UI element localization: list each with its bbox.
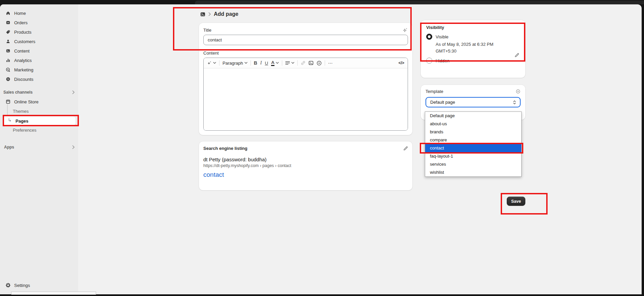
content-field-label: Content — [203, 51, 408, 56]
sidebar-item-label: Content — [14, 48, 30, 54]
sidebar-item-label: Marketing — [14, 67, 33, 72]
breadcrumb: Add page — [200, 10, 238, 18]
edit-pencil-icon[interactable] — [514, 53, 519, 58]
chevron-right-icon — [72, 90, 75, 94]
toolbar-divider — [282, 60, 282, 66]
insert-video-icon[interactable] — [317, 61, 322, 66]
theme-view-icon[interactable] — [516, 89, 521, 94]
breadcrumb-separator-icon — [208, 12, 211, 16]
page-details-card: Title Content Paragraph B I U — [199, 23, 412, 135]
visibility-schedule-note: As of May 8, 2025 at 6:32 PM GMT+5:30 — [436, 41, 505, 55]
marketing-target-icon — [5, 67, 11, 72]
editor-toolbar: Paragraph B I U A — [204, 58, 408, 68]
radio-label: Visible — [436, 34, 448, 39]
gear-icon — [5, 283, 11, 288]
dropdown-option-default-page[interactable]: Default page — [425, 112, 521, 120]
sidebar-item-orders[interactable]: Orders — [0, 18, 78, 27]
sales-channels-label: Sales channels — [3, 90, 72, 95]
customers-person-icon — [5, 39, 11, 44]
discounts-badge-icon — [5, 77, 11, 81]
radio-unselected-icon[interactable] — [426, 58, 432, 64]
sidebar-item-label: Pages — [16, 119, 28, 124]
insert-image-icon[interactable] — [309, 61, 314, 65]
toolbar-divider — [297, 60, 298, 66]
link-icon[interactable] — [301, 61, 305, 65]
content-icon — [5, 48, 11, 53]
text-color-letter: A — [271, 60, 274, 66]
dropdown-option-contact[interactable]: contact — [425, 144, 521, 152]
sidebar-item-label: Orders — [14, 20, 28, 25]
sidebar-section-sales-channels[interactable]: Sales channels — [0, 88, 78, 96]
bold-button[interactable]: B — [254, 60, 257, 66]
pages-content-icon[interactable] — [200, 11, 206, 17]
more-options-button[interactable]: ⋯ — [328, 60, 333, 66]
ai-sparkle-icon[interactable] — [403, 27, 408, 33]
dropdown-option-compare[interactable]: compare — [425, 136, 521, 144]
sidebar-item-content[interactable]: Content — [0, 46, 78, 56]
seo-site-title: dt Petty (password: buddha) — [203, 157, 408, 162]
dropdown-option-services[interactable]: services — [425, 160, 521, 168]
select-updown-icon — [513, 100, 517, 105]
dropdown-option-brands[interactable]: brands — [425, 128, 521, 136]
dropdown-option-wishlist[interactable]: wishlist — [425, 168, 521, 176]
radio-label: Hidden — [436, 58, 449, 63]
template-dropdown-list: Default page about-us brands compare con… — [425, 111, 522, 177]
sidebar-item-label: Analytics — [14, 58, 32, 63]
chevron-down-icon — [213, 62, 216, 64]
home-icon — [5, 11, 11, 15]
sidebar-main-nav: Home Orders Products Customers Content A… — [0, 8, 78, 84]
sidebar-item-analytics[interactable]: Analytics — [0, 56, 78, 65]
template-select[interactable]: Default page — [426, 97, 521, 107]
visibility-option-visible[interactable]: Visible — [426, 34, 520, 40]
sidebar-item-label: Settings — [14, 283, 30, 288]
sidebar-item-marketing[interactable]: Marketing — [0, 65, 78, 74]
template-selected-value: Default page — [430, 100, 455, 105]
text-color-button[interactable]: A — [271, 60, 279, 66]
sidebar-item-label: Themes — [13, 109, 29, 114]
orders-icon — [5, 20, 11, 25]
title-input[interactable] — [203, 35, 408, 45]
tree-branch-arrow-icon: ↳ — [8, 117, 12, 123]
sidebar: Home Orders Products Customers Content A… — [0, 4, 78, 294]
visibility-heading: Visibility — [426, 25, 520, 30]
sidebar-item-settings[interactable]: Settings — [0, 281, 78, 290]
edit-pencil-icon[interactable] — [403, 146, 408, 151]
radio-selected-icon[interactable] — [426, 34, 432, 40]
sidebar-item-themes[interactable]: Themes — [0, 107, 78, 116]
dropdown-option-faq-layout-1[interactable]: faq-layout-1 — [425, 152, 521, 160]
sidebar-item-pages[interactable]: ↳ Pages — [3, 117, 76, 126]
visibility-option-hidden[interactable]: Hidden — [426, 58, 520, 64]
editor-content-area[interactable] — [204, 68, 408, 130]
italic-button[interactable]: I — [260, 60, 262, 66]
template-heading: Template — [426, 89, 443, 94]
sidebar-item-online-store[interactable]: Online Store — [0, 97, 78, 106]
save-button[interactable]: Save — [507, 197, 525, 206]
chevron-down-icon — [244, 62, 247, 64]
alignment-button[interactable] — [285, 61, 294, 65]
bottom-taskbar-fragment — [11, 292, 96, 295]
sidebar-item-label: Home — [14, 11, 26, 16]
sidebar-item-products[interactable]: Products — [0, 27, 78, 37]
sidebar-item-customers[interactable]: Customers — [0, 37, 78, 46]
sidebar-section-apps[interactable]: Apps — [0, 143, 78, 151]
sidebar-item-label: Products — [14, 30, 31, 35]
code-view-button[interactable]: </> — [399, 61, 404, 65]
sidebar-item-home[interactable]: Home — [0, 8, 78, 18]
dropdown-option-about-us[interactable]: about-us — [425, 120, 521, 128]
paragraph-style-label: Paragraph — [223, 61, 243, 66]
sidebar-item-discounts[interactable]: Discounts — [0, 74, 78, 84]
visibility-card: Visibility Visible As of May 8, 2025 at … — [421, 20, 525, 78]
seo-page-link[interactable]: contact — [203, 171, 224, 178]
rich-text-editor: Paragraph B I U A — [203, 58, 408, 131]
chevron-down-icon — [291, 62, 294, 64]
sidebar-item-label: Customers — [14, 39, 35, 44]
sidebar-item-preferences[interactable]: Preferences — [0, 126, 78, 134]
sidebar-item-label: Online Store — [14, 99, 38, 104]
paragraph-style-dropdown[interactable]: Paragraph — [223, 61, 247, 66]
toolbar-divider — [251, 60, 251, 66]
editor-ai-button[interactable] — [207, 61, 216, 65]
top-bar-accent — [195, 1, 644, 4]
underline-button[interactable]: U — [265, 61, 268, 66]
browser-top-bar — [0, 0, 644, 4]
chevron-down-icon — [276, 62, 279, 64]
